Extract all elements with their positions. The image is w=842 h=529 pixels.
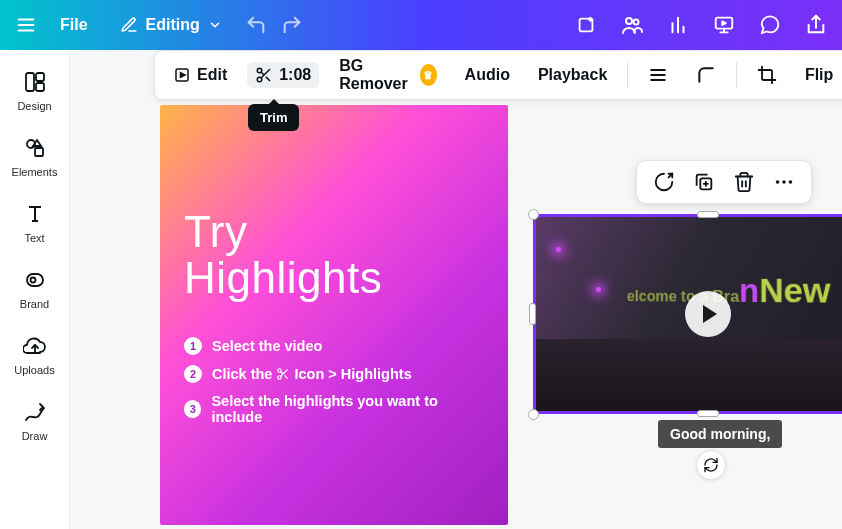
step-number: 1 — [184, 337, 202, 355]
resize-handle-nw[interactable] — [528, 209, 539, 220]
premium-badge-icon: ♛ — [420, 64, 437, 86]
svg-point-55 — [782, 180, 786, 184]
resize-handle-s[interactable] — [697, 410, 719, 417]
nav-label: Design — [17, 100, 51, 112]
animate-button[interactable] — [651, 169, 677, 195]
svg-point-6 — [626, 18, 632, 24]
svg-marker-28 — [181, 73, 186, 78]
brand-icon — [19, 264, 51, 296]
page-title: TryHighlights — [184, 209, 484, 301]
svg-point-46 — [278, 369, 282, 373]
nav-label: Elements — [12, 166, 58, 178]
svg-marker-12 — [722, 21, 726, 25]
more-options-button[interactable] — [771, 169, 797, 195]
comment-icon[interactable] — [756, 11, 784, 39]
people-icon[interactable] — [618, 11, 646, 39]
selected-video-element[interactable]: elcome to a BranNew Era — [533, 214, 842, 414]
template-icon — [19, 66, 51, 98]
steps-list: 1 Select the video 2 Click the Icon > Hi… — [184, 337, 484, 425]
left-sidebar: Design Elements Text Brand Uploads Draw — [0, 50, 70, 529]
svg-rect-16 — [26, 73, 34, 91]
step-row: 3 Select the highlights you want to incl… — [184, 393, 484, 425]
nav-brand[interactable]: Brand — [3, 260, 67, 314]
step-row: 1 Select the video — [184, 337, 484, 355]
editing-label: Editing — [146, 16, 200, 34]
edit-label: Edit — [197, 66, 227, 84]
audio-button[interactable]: Audio — [457, 62, 518, 88]
trim-time: 1:08 — [279, 66, 311, 84]
corner-radius-button[interactable] — [688, 61, 724, 89]
svg-point-47 — [278, 376, 282, 380]
step-number: 2 — [184, 365, 202, 383]
file-menu[interactable]: File — [48, 10, 100, 40]
video-caption[interactable]: Good morning, — [658, 420, 782, 448]
text-icon — [19, 198, 51, 230]
context-toolbar: Edit 1:08 BG Remover ♛ Audio Playback Fl… — [154, 50, 842, 100]
svg-rect-17 — [36, 73, 44, 81]
svg-rect-20 — [35, 148, 43, 156]
cloud-upload-icon — [19, 330, 51, 362]
nav-design[interactable]: Design — [3, 62, 67, 116]
nav-elements[interactable]: Elements — [3, 128, 67, 182]
svg-point-30 — [257, 77, 262, 82]
step-text: Select the video — [212, 338, 322, 354]
present-icon[interactable] — [710, 11, 738, 39]
undo-button[interactable] — [242, 11, 270, 39]
scissors-icon — [276, 367, 290, 381]
analytics-icon[interactable] — [664, 11, 692, 39]
shapes-icon — [19, 132, 51, 164]
duplicate-button[interactable] — [691, 169, 717, 195]
resize-handle-sw[interactable] — [528, 409, 539, 420]
svg-point-29 — [257, 68, 262, 73]
svg-point-25 — [30, 278, 35, 283]
bg-remover-label: BG Remover — [339, 57, 413, 93]
divider — [627, 62, 628, 88]
resize-handle-w[interactable] — [529, 303, 536, 325]
flip-button[interactable]: Flip — [797, 62, 841, 88]
step-number: 3 — [184, 400, 201, 418]
svg-point-7 — [634, 20, 639, 25]
nav-label: Brand — [20, 298, 49, 310]
chevron-down-icon — [208, 18, 222, 32]
redo-button[interactable] — [278, 11, 306, 39]
playback-button[interactable]: Playback — [530, 62, 615, 88]
sync-rotate-button[interactable] — [696, 450, 726, 480]
divider — [736, 62, 737, 88]
svg-line-50 — [281, 372, 283, 374]
svg-rect-18 — [36, 83, 44, 91]
step-text: Click the Icon > Highlights — [212, 366, 412, 382]
list-style-button[interactable] — [640, 61, 676, 89]
svg-point-56 — [789, 180, 793, 184]
step-text: Select the highlights you want to includ… — [211, 393, 484, 425]
draw-icon — [19, 396, 51, 428]
menu-icon[interactable] — [12, 11, 40, 39]
crop-button[interactable] — [749, 61, 785, 89]
pencil-icon — [120, 16, 138, 34]
svg-line-49 — [285, 376, 288, 379]
design-page[interactable]: TryHighlights 1 Select the video 2 Click… — [160, 105, 508, 525]
svg-line-32 — [266, 77, 270, 81]
svg-line-33 — [261, 72, 264, 75]
scissors-icon — [255, 66, 273, 84]
magic-icon[interactable] — [572, 11, 600, 39]
nav-draw[interactable]: Draw — [3, 392, 67, 446]
resize-handle-n[interactable] — [697, 211, 719, 218]
canvas[interactable]: Edit 1:08 BG Remover ♛ Audio Playback Fl… — [70, 50, 842, 529]
share-icon[interactable] — [802, 11, 830, 39]
delete-button[interactable] — [731, 169, 757, 195]
nav-label: Uploads — [14, 364, 54, 376]
floating-element-toolbar — [636, 160, 812, 204]
svg-point-54 — [776, 180, 780, 184]
nav-text[interactable]: Text — [3, 194, 67, 248]
play-button[interactable] — [685, 291, 731, 337]
nav-uploads[interactable]: Uploads — [3, 326, 67, 380]
edit-button[interactable]: Edit — [165, 62, 235, 88]
editing-mode-button[interactable]: Editing — [108, 10, 234, 40]
nav-label: Text — [24, 232, 44, 244]
nav-label: Draw — [22, 430, 48, 442]
trim-tooltip: Trim — [248, 104, 299, 131]
step-row: 2 Click the Icon > Highlights — [184, 365, 484, 383]
video-banner-text: elcome to a BranNew Era — [627, 269, 842, 312]
trim-button[interactable]: 1:08 — [247, 62, 319, 88]
bg-remover-button[interactable]: BG Remover ♛ — [331, 53, 444, 97]
